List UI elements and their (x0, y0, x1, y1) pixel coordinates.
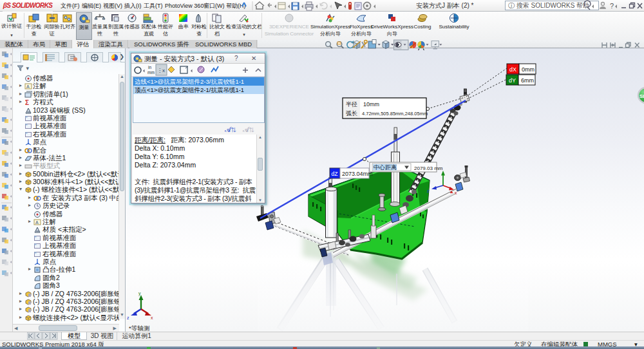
svg-text:A: A (35, 220, 39, 225)
svg-text:𝓐⇅: 𝓐⇅ (225, 126, 236, 133)
svg-text:Σ: Σ (25, 99, 29, 106)
svg-text:A: A (26, 84, 30, 89)
svg-text:𝓐⇅: 𝓐⇅ (243, 126, 254, 133)
svg-text:mm: mm (147, 70, 155, 75)
svg-text:in: in (148, 65, 151, 70)
svg-text:⋮x: ⋮x (157, 68, 165, 73)
svg-text:?: ? (610, 2, 614, 10)
